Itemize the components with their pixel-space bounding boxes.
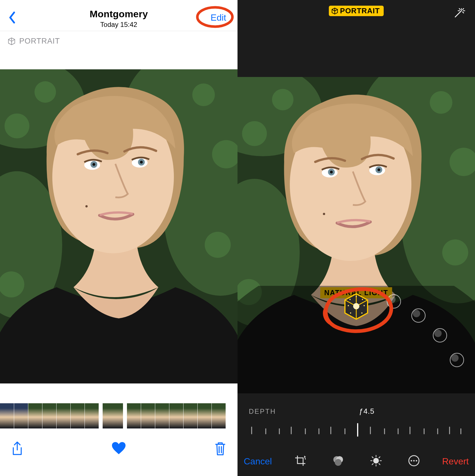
thumbnail-strip[interactable] — [0, 403, 238, 429]
svg-point-52 — [350, 312, 351, 314]
thumbnail[interactable] — [141, 403, 155, 428]
viewer-toolbar — [0, 438, 238, 460]
svg-point-85 — [411, 460, 412, 461]
svg-point-25 — [272, 89, 293, 110]
crop-button[interactable] — [294, 454, 306, 468]
thumbnail-current[interactable] — [103, 403, 123, 428]
share-icon — [11, 441, 23, 456]
portrait-mode-badge: PORTRAIT — [0, 31, 238, 48]
svg-point-38 — [323, 213, 325, 215]
thumbnail[interactable] — [198, 403, 211, 428]
svg-point-75 — [373, 458, 379, 464]
depth-value: ƒ4.5 — [359, 407, 375, 416]
svg-point-7 — [5, 113, 29, 138]
svg-point-47 — [353, 303, 359, 309]
photo-title: Montgomery — [90, 8, 148, 20]
slider-ticks-icon — [249, 423, 464, 437]
svg-point-54 — [356, 296, 357, 297]
photo-timestamp: Today 15:42 — [90, 21, 148, 29]
svg-point-74 — [335, 459, 342, 466]
depth-label: DEPTH — [249, 408, 276, 415]
svg-point-8 — [192, 83, 215, 106]
trash-icon — [214, 441, 226, 456]
depth-control: DEPTH ƒ4.5 — [238, 393, 475, 437]
adjust-button[interactable] — [370, 454, 382, 468]
portrait-pill-label: PORTRAIT — [340, 7, 380, 15]
cube-icon — [7, 37, 16, 46]
light-dial-icon — [370, 454, 382, 467]
editor-preview[interactable]: NATURAL LIGHT — [238, 77, 475, 393]
photo-viewer-pane: Montgomery Today 15:42 Edit PORTRAIT — [0, 0, 238, 476]
more-icon — [408, 454, 420, 467]
magic-wand-icon — [452, 7, 465, 20]
portrait-pill[interactable]: PORTRAIT — [329, 6, 384, 16]
thumbnail[interactable] — [71, 403, 85, 428]
cancel-button[interactable]: Cancel — [244, 456, 272, 467]
filters-icon — [332, 454, 344, 467]
svg-line-83 — [372, 464, 373, 465]
svg-point-51 — [364, 305, 365, 306]
favorite-button[interactable] — [111, 442, 126, 456]
thumbnail[interactable] — [0, 403, 14, 428]
svg-point-27 — [430, 91, 452, 114]
filters-button[interactable] — [332, 454, 344, 468]
svg-point-50 — [348, 305, 349, 306]
more-button[interactable] — [408, 454, 420, 468]
crop-rotate-icon — [294, 454, 306, 467]
thumbnail[interactable] — [28, 403, 42, 428]
svg-point-45 — [434, 330, 442, 337]
svg-point-34 — [330, 171, 333, 173]
annotation-circle-edit — [195, 5, 235, 29]
svg-line-80 — [372, 457, 373, 458]
svg-point-53 — [361, 312, 362, 314]
svg-point-44 — [413, 310, 420, 317]
svg-line-82 — [379, 457, 380, 458]
svg-point-37 — [377, 168, 380, 171]
editor-header: PORTRAIT — [238, 0, 475, 31]
thumbnail-gap — [99, 403, 102, 428]
share-button[interactable] — [11, 441, 23, 457]
viewer-header: Montgomery Today 15:42 Edit — [0, 0, 238, 31]
delete-button[interactable] — [214, 441, 226, 457]
depth-slider[interactable] — [249, 423, 464, 437]
svg-point-86 — [413, 460, 414, 461]
svg-point-26 — [242, 121, 267, 146]
heart-icon — [111, 442, 126, 455]
auto-enhance-button[interactable] — [452, 7, 465, 21]
thumbnail-gap — [123, 403, 127, 428]
svg-point-19 — [85, 205, 88, 207]
svg-point-46 — [451, 354, 459, 362]
svg-line-81 — [379, 464, 380, 465]
cube-icon — [331, 7, 338, 15]
back-button[interactable] — [7, 11, 17, 25]
svg-point-0 — [197, 7, 232, 27]
svg-point-10 — [205, 232, 231, 258]
portrait-mode-label: PORTRAIT — [19, 37, 60, 46]
editor-toolbar: Cancel Revert — [238, 449, 475, 474]
svg-point-87 — [416, 460, 417, 461]
svg-point-49 — [362, 299, 363, 300]
svg-point-48 — [349, 299, 351, 300]
thumbnail[interactable] — [169, 403, 183, 428]
svg-point-18 — [140, 161, 143, 164]
photo-preview[interactable] — [0, 69, 238, 383]
revert-button[interactable]: Revert — [442, 456, 469, 467]
lighting-wheel[interactable] — [238, 286, 475, 393]
svg-point-15 — [92, 163, 95, 166]
chevron-left-icon — [7, 11, 17, 24]
thumbnail[interactable] — [14, 403, 28, 428]
photo-editor-pane: PORTRAIT — [238, 0, 475, 476]
thumbnail[interactable] — [42, 403, 56, 428]
thumbnail[interactable] — [183, 403, 197, 428]
thumbnail[interactable] — [57, 403, 70, 428]
thumbnail[interactable] — [85, 403, 99, 428]
thumbnail[interactable] — [212, 403, 226, 428]
thumbnail[interactable] — [155, 403, 169, 428]
svg-point-6 — [34, 81, 56, 103]
thumbnail[interactable] — [127, 403, 141, 428]
svg-point-29 — [442, 239, 468, 265]
